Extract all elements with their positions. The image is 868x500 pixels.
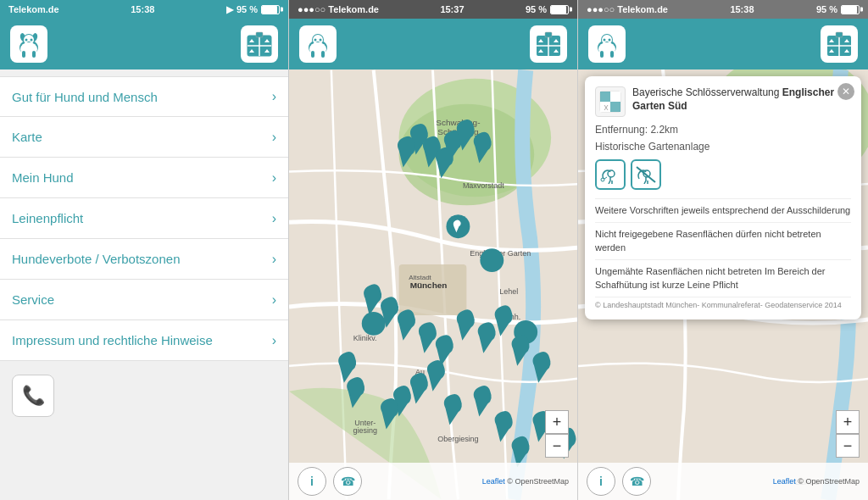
carrier-2: ●●●○○ Telekom.de [298,4,379,14]
leaflet-link-2[interactable]: Leaflet [482,477,505,486]
phone-icon-2: ☎ [341,475,355,488]
menu-item-4[interactable]: Leinenpflicht › [0,198,288,239]
city-logo-2 [530,25,567,63]
status-bar-3: ●●●○○ Telekom.de 15:38 95 % [578,0,868,19]
city-logo-3 [821,25,858,63]
map-view-detail[interactable]: Englischer Garten München LEHEL ✕ [578,69,868,500]
svg-rect-64 [600,51,604,58]
phone-button-2[interactable]: ☎ [333,467,362,496]
time-2: 15:37 [440,4,464,14]
info-button-2[interactable]: i [298,467,326,496]
menu-panel: Telekom.de 15:38 ▶ 95 % [0,0,289,500]
popup-rule-1: Weitere Vorschriften jeweils entsprechen… [595,198,851,217]
info-icon-3: i [599,475,603,488]
popup-distance: Entfernung: 2.2km [595,124,851,136]
osm-credit-3: © OpenStreetMap [798,477,860,486]
menu-item-6[interactable]: Service › [0,280,288,320]
app-header-1 [0,19,288,69]
menu-item-label-2: Karte [12,130,42,144]
status-bar-1: Telekom.de 15:38 ▶ 95 % [0,0,288,19]
menu-item-label-1: Gut für Hund und Mensch [12,90,158,104]
popup-credit: © Landeshauptstadt München- Kommunalrefe… [595,297,851,309]
menu-item-7[interactable]: Impressum und rechtliche Hinweise › [0,320,288,361]
status-icons-1: ▶ 95 % [226,4,280,15]
bavarian-logo-icon [598,90,622,114]
popup-rule-3: Ungemähte Rasenflächen nicht betreten Im… [595,259,851,292]
menu-list: Gut für Hund und Mensch › Karte › Mein H… [0,69,288,500]
map-credit-3: Leaflet © OpenStreetMap [773,477,860,486]
svg-point-24 [320,39,322,42]
map-footer-2: i ☎ Leaflet © OpenStreetMap [289,463,577,500]
dog-logo-3 [588,25,626,63]
menu-item-label-5: Hundeverbote / Verbotszonen [12,252,180,266]
svg-rect-19 [256,32,263,37]
info-popup: ✕ Bayerische Schlösserverwaltung [585,76,861,319]
menu-item-2[interactable]: Karte › [0,117,288,158]
svg-rect-36 [545,32,552,37]
footer-left-3: i ☎ [587,467,651,496]
dog-icon-1 [14,29,44,59]
svg-rect-9 [22,51,25,58]
popup-close-button[interactable]: ✕ [837,83,854,100]
zoom-in-button-3[interactable]: + [836,410,860,434]
dog-icon-3 [592,29,622,59]
zoom-out-button-2[interactable]: − [545,434,569,458]
battery-icon-2 [550,5,569,14]
menu-item-3[interactable]: Mein Hund › [0,158,288,198]
city-logo-1 [241,25,278,63]
city-crest-1 [244,29,275,59]
phone-button-3[interactable]: ☎ [622,467,651,496]
svg-rect-81 [610,92,620,102]
city-crest-2 [533,29,564,59]
popup-org-info: Bayerische Schlösserverwaltung Englische… [632,86,851,113]
battery-text-1: 95 % [236,4,258,14]
battery-icon-1 [261,5,280,14]
city-crest-3 [824,29,854,59]
svg-point-85 [608,170,615,177]
chevron-icon-4: › [272,211,276,226]
menu-item-1[interactable]: Gut für Hund und Mensch › [0,76,288,117]
phone-button[interactable]: 📞 [12,375,54,417]
battery-text-2: 95 % [526,4,547,14]
app-header-2 [289,19,577,69]
map-footer-3: i ☎ Leaflet © OpenStreetMap [578,463,868,500]
svg-rect-10 [32,51,36,58]
status-icons-2: 95 % [526,4,569,14]
dog-leash-icon [599,165,621,184]
no-dog-icon [631,159,661,190]
chevron-icon-7: › [272,333,276,348]
svg-point-5 [25,39,28,42]
zoom-controls-2: + − [545,410,569,458]
status-icons-3: 95 % [816,4,860,14]
dog-allowed-icon [595,159,626,190]
zoom-in-button-2[interactable]: + [545,410,569,434]
zoom-controls-3: + − [836,410,860,458]
map-view[interactable]: Schwabing- Schüttberg Maxvorstadt Münche… [289,69,577,500]
dog-logo-2 [299,25,337,63]
svg-rect-79 [600,92,610,102]
leaflet-link-3[interactable]: Leaflet [773,477,796,486]
menu-item-label-4: Leinenpflicht [12,211,83,225]
info-button-3[interactable]: i [587,467,615,496]
status-bar-2: ●●●○○ Telekom.de 15:37 95 % [289,0,577,19]
menu-item-label-6: Service [12,292,54,307]
zoom-out-button-3[interactable]: − [836,434,860,458]
menu-item-label-7: Impressum und rechtliche Hinweise [12,333,213,347]
popup-org-logo [595,86,626,117]
menu-item-5[interactable]: Hundeverbote / Verbotszonen › [0,239,288,280]
popup-type: Historische Gartenanlage [595,141,851,153]
svg-rect-73 [836,32,843,37]
signal-icon-1: ▶ [226,4,233,15]
phone-section: 📞 [0,361,288,500]
svg-rect-27 [311,51,314,58]
dog-forbidden-icon [635,165,657,184]
osm-credit-2: © OpenStreetMap [507,477,569,486]
chevron-icon-6: › [272,292,276,308]
svg-rect-65 [610,51,614,58]
svg-line-87 [604,177,607,179]
phone-icon: 📞 [22,385,45,407]
time-1: 15:38 [131,4,154,14]
dog-logo-1 [10,25,47,63]
popup-header: Bayerische Schlösserverwaltung Englische… [595,86,851,117]
info-icon-2: i [310,475,314,488]
